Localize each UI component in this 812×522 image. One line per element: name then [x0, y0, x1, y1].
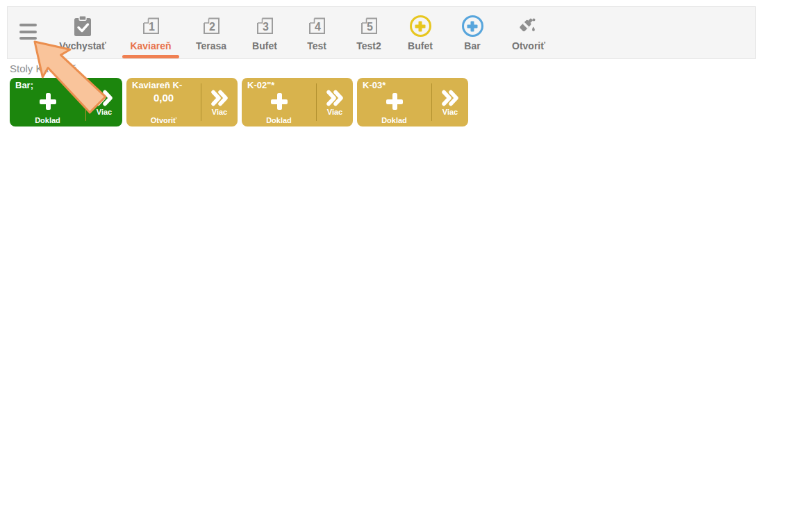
numbered-square-icon: 2 [202, 13, 221, 39]
card-more-action[interactable]: Viac [201, 78, 238, 127]
table-card-kaviaren-k: Kaviareň K- 0,00 Otvoriť Viac [126, 78, 238, 127]
card-action-label: Doklad [357, 116, 431, 124]
order-amount: 0,00 [126, 92, 201, 104]
toolbar-item-new-bar[interactable]: Bar [440, 13, 504, 51]
toolbar-tab-label: Bufet [252, 40, 277, 51]
marker-drop-icon [517, 13, 540, 39]
plus-circle-icon [410, 13, 431, 39]
card-more-action[interactable]: Viac [317, 78, 353, 127]
toolbar-tab-label: Test2 [356, 40, 381, 51]
table-name: Bar; [15, 80, 33, 90]
toolbar-tab-label: Terasa [196, 40, 226, 51]
active-tab-underline [122, 55, 179, 58]
card-new-document-action[interactable]: Bar; Doklad [10, 78, 85, 127]
numbered-square-icon: 1 [142, 13, 160, 39]
table-name: K-02"* [247, 80, 274, 90]
double-chevron-right-icon [440, 90, 460, 106]
plus-icon [40, 93, 56, 110]
card-more-label: Viac [97, 108, 112, 116]
svg-text:4: 4 [315, 21, 321, 33]
card-new-document-action[interactable]: K-03* Doklad [357, 78, 431, 127]
card-open-action[interactable]: Kaviareň K- 0,00 Otvoriť [126, 78, 201, 127]
double-chevron-right-icon [94, 90, 114, 106]
card-action-label: Otvoriť [126, 116, 201, 124]
hamburger-menu-icon[interactable] [19, 24, 37, 40]
card-action-label: Doklad [242, 116, 316, 124]
numbered-square-icon: 3 [256, 13, 274, 39]
section-title: Stoly Kaviareň [10, 63, 77, 74]
table-card-k03: K-03* Doklad Viac [357, 78, 468, 127]
card-more-action[interactable]: Viac [86, 78, 122, 127]
hamburger-bar [19, 24, 37, 26]
toolbar-tab-label: Kaviareň [130, 40, 171, 51]
plus-icon [386, 93, 403, 110]
svg-text:2: 2 [209, 21, 215, 33]
table-card-k02: K-02"* Doklad Viac [242, 78, 353, 127]
card-more-label: Viac [212, 108, 227, 116]
double-chevron-right-icon [210, 90, 229, 106]
table-name: Kaviareň K- [132, 80, 182, 90]
top-toolbar: Vychystať 1 Kaviareň 2 [7, 6, 756, 59]
hamburger-bar [19, 37, 37, 40]
clipboard-check-icon [73, 13, 92, 39]
plus-icon [271, 93, 288, 110]
pos-screen: Vychystať 1 Kaviareň 2 [0, 0, 812, 522]
table-card-bar: Bar; Doklad Viac [10, 78, 122, 127]
card-new-document-action[interactable]: K-02"* Doklad [242, 78, 316, 127]
toolbar-item-label: Bar [464, 40, 480, 51]
toolbar-tab-kaviaren[interactable]: 1 Kaviareň [119, 13, 183, 58]
table-cards-row: Bar; Doklad Viac Kaviareň K- 0,00 Otvori… [10, 78, 468, 127]
toolbar-item-label: Otvoriť [512, 40, 545, 51]
toolbar-item-otvorit[interactable]: Otvoriť [497, 13, 561, 51]
plus-circle-icon [462, 13, 483, 39]
card-more-action[interactable]: Viac [432, 78, 468, 127]
card-more-label: Viac [442, 108, 458, 116]
numbered-square-icon: 4 [308, 13, 326, 39]
hamburger-bar [19, 31, 37, 33]
toolbar-tab-label: Test [307, 40, 326, 51]
svg-text:1: 1 [149, 21, 155, 33]
numbered-square-icon: 5 [360, 13, 379, 39]
toolbar-item-label: Vychystať [59, 40, 106, 51]
svg-text:5: 5 [367, 21, 373, 33]
card-more-label: Viac [327, 108, 342, 116]
card-action-label: Doklad [10, 116, 85, 124]
table-name: K-03* [363, 80, 386, 90]
svg-text:3: 3 [263, 21, 269, 33]
toolbar-item-vychystat[interactable]: Vychystať [51, 13, 115, 51]
toolbar-item-label: Bufet [408, 40, 433, 51]
double-chevron-right-icon [325, 90, 345, 106]
